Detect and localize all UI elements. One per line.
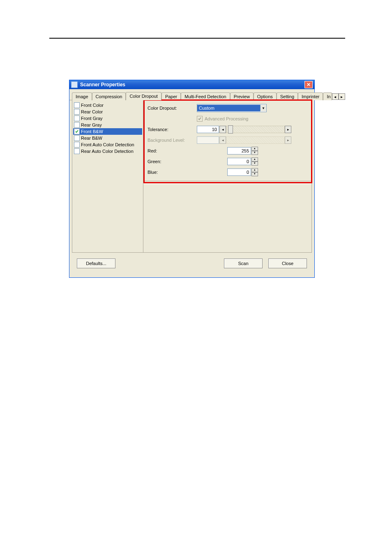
tab-image[interactable]: Image: [72, 92, 92, 100]
label-color-dropout: Color Dropout:: [143, 106, 197, 111]
checkbox-icon[interactable]: [74, 135, 80, 141]
spin-up-icon[interactable]: ▴: [251, 168, 258, 172]
checkbox-icon[interactable]: [74, 129, 80, 134]
mode-label: Rear Auto Color Detection: [81, 149, 134, 154]
tab-imprinter[interactable]: Imprinter: [298, 92, 323, 100]
tab-label: Color Dropout: [129, 94, 157, 99]
chevron-down-icon[interactable]: ▼: [260, 105, 266, 111]
checkbox-icon[interactable]: [74, 142, 80, 148]
window-title: Scanner Properties: [80, 82, 304, 88]
color-dropout-panel: Color Dropout: Custom ▼ Advanced Process…: [143, 100, 311, 252]
tab-label: Multi-Feed Detection: [184, 94, 226, 99]
tab-scroll: ◂ ▸: [332, 93, 345, 100]
close-icon[interactable]: ✕: [304, 81, 313, 88]
tab-scroll-right-icon[interactable]: ▸: [339, 93, 345, 100]
tab-label: Compression: [96, 94, 122, 99]
tab-strip: Image Compression Color Dropout Paper Mu…: [69, 89, 314, 100]
mode-label: Front Gray: [81, 116, 103, 121]
mode-rear-gray[interactable]: Rear Gray: [73, 122, 142, 128]
close-button[interactable]: Close: [268, 258, 307, 268]
color-dropout-select[interactable]: Custom ▼: [197, 104, 267, 112]
blue-value[interactable]: 0: [227, 168, 251, 176]
tab-options[interactable]: Options: [254, 92, 277, 100]
tab-setting[interactable]: Setting: [277, 92, 298, 100]
mode-front-color[interactable]: Front Color: [73, 102, 142, 108]
tab-label: In: [327, 94, 330, 99]
page-divider: [49, 38, 345, 39]
button-label: Scan: [238, 261, 248, 266]
mode-rear-bw[interactable]: Rear B&W: [73, 135, 142, 141]
tolerance-slider[interactable]: 10 ◂ ▸: [197, 126, 291, 133]
mode-label: Rear Gray: [81, 122, 102, 127]
spin-up-icon[interactable]: ▴: [251, 157, 258, 161]
mode-label: Front Auto Color Detection: [81, 142, 134, 147]
slider-track[interactable]: [226, 126, 285, 133]
mode-label: Front B&W: [81, 129, 103, 134]
tab-preview[interactable]: Preview: [230, 92, 254, 100]
red-spinner[interactable]: 255 ▴▾: [227, 147, 258, 155]
checkbox-icon[interactable]: [74, 115, 80, 121]
scanner-properties-window: Scanner Properties ✕ Image Compression C…: [69, 80, 315, 278]
tab-label: Preview: [234, 94, 250, 99]
background-value: [197, 136, 219, 144]
label-red: Red:: [143, 148, 197, 153]
image-mode-list: Front Color Rear Color Front Gray Rear G…: [72, 100, 143, 252]
label-green: Green:: [143, 159, 197, 164]
spin-down-icon[interactable]: ▾: [251, 151, 258, 155]
slider-track: [226, 136, 285, 144]
title-bar[interactable]: Scanner Properties ✕: [69, 80, 314, 89]
select-value: Custom: [197, 105, 260, 111]
button-label: Close: [282, 261, 293, 266]
tab-label: Options: [257, 94, 273, 99]
dialog-buttons: Defaults... Scan Close: [72, 253, 312, 274]
defaults-button[interactable]: Defaults...: [77, 258, 115, 268]
mode-rear-auto[interactable]: Rear Auto Color Detection: [73, 148, 142, 155]
mode-front-bw[interactable]: Front B&W: [73, 128, 142, 135]
spin-up-icon[interactable]: ▴: [251, 147, 258, 151]
slider-left-icon: ◂: [219, 136, 226, 144]
checkbox-icon[interactable]: [74, 109, 80, 115]
slider-thumb[interactable]: [228, 125, 233, 134]
app-icon: [71, 81, 78, 88]
checkbox-icon[interactable]: [74, 102, 80, 108]
tolerance-value: 10: [197, 126, 219, 133]
background-slider: ◂ ▸: [197, 136, 291, 144]
tab-truncated[interactable]: In: [323, 92, 332, 100]
green-value[interactable]: 0: [227, 158, 251, 165]
tab-label: Setting: [280, 94, 294, 99]
scan-button[interactable]: Scan: [224, 258, 263, 268]
advanced-processing-checkbox: Advanced Processing: [197, 116, 248, 122]
mode-label: Front Color: [81, 103, 104, 108]
slider-right-icon: ▸: [285, 136, 291, 144]
blue-spinner[interactable]: 0 ▴▾: [227, 168, 258, 176]
checkbox-icon[interactable]: [74, 122, 80, 128]
button-label: Defaults...: [86, 261, 106, 266]
slider-left-icon[interactable]: ◂: [219, 126, 226, 133]
label-background-level: Background Level:: [143, 138, 197, 143]
spin-down-icon[interactable]: ▾: [251, 161, 258, 166]
mode-front-auto[interactable]: Front Auto Color Detection: [73, 141, 142, 148]
spin-down-icon[interactable]: ▾: [251, 172, 258, 176]
red-value[interactable]: 255: [227, 147, 251, 155]
tab-multifeed[interactable]: Multi-Feed Detection: [181, 92, 230, 100]
checkbox-icon[interactable]: [74, 148, 80, 154]
mode-label: Rear B&W: [81, 136, 102, 141]
slider-right-icon[interactable]: ▸: [285, 126, 291, 133]
tab-compression[interactable]: Compression: [92, 92, 126, 100]
tab-scroll-left-icon[interactable]: ◂: [332, 93, 339, 100]
advanced-processing-label: Advanced Processing: [205, 116, 248, 121]
tab-color-dropout[interactable]: Color Dropout: [126, 92, 161, 100]
label-blue: Blue:: [143, 170, 197, 175]
panel-separator: [143, 181, 311, 184]
tab-label: Paper: [165, 94, 177, 99]
checkbox-icon: [197, 116, 203, 122]
mode-rear-color[interactable]: Rear Color: [73, 108, 142, 115]
mode-front-gray[interactable]: Front Gray: [73, 115, 142, 122]
green-spinner[interactable]: 0 ▴▾: [227, 157, 258, 166]
tab-label: Image: [76, 94, 88, 99]
tab-paper[interactable]: Paper: [161, 92, 181, 100]
tab-label: Imprinter: [302, 94, 319, 99]
mode-label: Rear Color: [81, 109, 103, 114]
label-tolerance: Tolerance:: [143, 127, 197, 132]
